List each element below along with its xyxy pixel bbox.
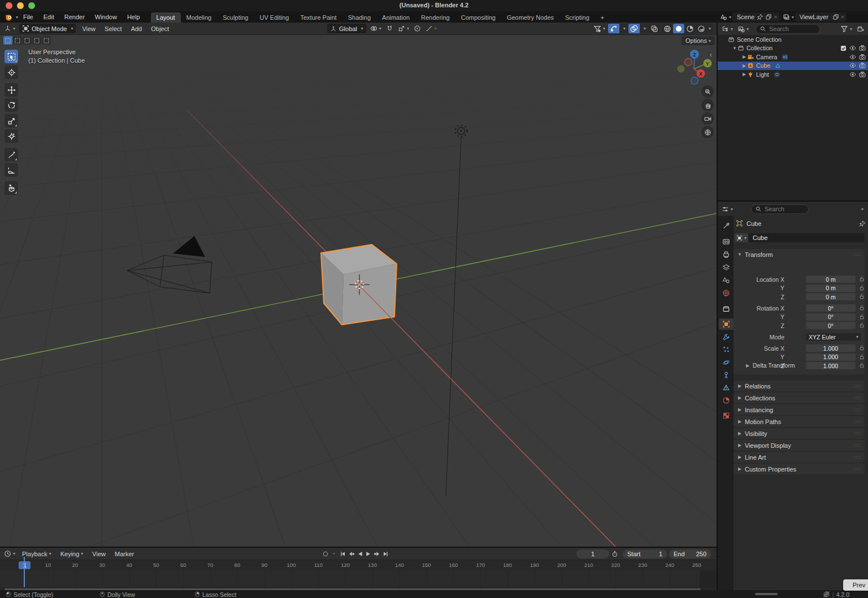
orthographic-toggle-button[interactable] xyxy=(701,126,714,138)
lock-icon[interactable] xyxy=(859,285,865,292)
menu-render[interactable]: Render xyxy=(59,11,90,23)
snap-toggle[interactable] xyxy=(384,24,395,33)
frame-end-field[interactable]: End 250 xyxy=(669,549,711,558)
shading-dropdown[interactable]: ▾ xyxy=(709,26,713,31)
select-mode-button-3[interactable] xyxy=(23,36,32,45)
jump-to-end-button[interactable] xyxy=(381,549,389,558)
workspace-tab-shading[interactable]: Shading xyxy=(342,12,376,23)
tool-scale[interactable] xyxy=(5,114,18,128)
workspace-tab-layout[interactable]: Layout xyxy=(151,12,181,23)
drag-handle-icon[interactable]: ∷∷ xyxy=(854,431,861,437)
select-mode-button-2[interactable] xyxy=(13,36,22,45)
3d-viewport[interactable]: User Perspective (1) Collection | Cube O… xyxy=(0,35,717,548)
outliner-row-cube[interactable]: ▶Cube xyxy=(718,62,868,71)
drag-handle-icon[interactable]: ∷∷ xyxy=(854,443,861,448)
timeline-menu-marker[interactable]: Marker xyxy=(110,548,138,560)
eye-toggle-icon[interactable] xyxy=(849,54,856,60)
tool-cursor[interactable] xyxy=(5,66,18,79)
viewport-menu-object[interactable]: Object xyxy=(146,23,173,34)
tool-rotate[interactable] xyxy=(5,98,18,112)
object-visibility-dropdown[interactable]: ▾ xyxy=(592,24,607,33)
orientation-dropdown[interactable]: Global▾ xyxy=(327,24,366,33)
menu-help[interactable]: Help xyxy=(122,11,145,23)
panel-collections[interactable]: ▶Collections∷∷ xyxy=(734,392,865,403)
outliner-row-light[interactable]: ▶Light xyxy=(718,70,868,79)
close-viewlayer-icon[interactable]: × xyxy=(841,14,844,20)
properties-tab-particles[interactable] xyxy=(719,344,734,355)
panel-viewport-display[interactable]: ▶Viewport Display∷∷ xyxy=(734,440,865,451)
outliner-row-collection[interactable]: ▼Collection xyxy=(718,44,868,53)
gizmos-toggle[interactable] xyxy=(608,24,619,33)
workspace-tab-scripting[interactable]: Scripting xyxy=(559,12,595,23)
outliner-row-scene-collection[interactable]: Scene Collection xyxy=(718,35,868,44)
workspace-tab-geometry-nodes[interactable]: Geometry Nodes xyxy=(501,12,559,23)
drag-handle-icon[interactable]: ∷∷ xyxy=(854,383,861,389)
properties-tab-modifiers[interactable] xyxy=(719,331,734,343)
expander-icon[interactable]: ▶ xyxy=(741,63,747,68)
properties-scrollbar[interactable] xyxy=(755,593,778,595)
play-button[interactable] xyxy=(364,549,372,558)
workspace-tab-sculpting[interactable]: Sculpting xyxy=(217,12,254,23)
drag-handle-icon[interactable]: ∷∷ xyxy=(854,419,861,425)
blender-logo-icon[interactable] xyxy=(5,13,13,21)
editor-type-button[interactable]: ▾ xyxy=(2,24,17,33)
copy-scene-icon[interactable] xyxy=(765,14,772,20)
overlays-dropdown[interactable]: ▾ xyxy=(640,24,648,33)
use-preview-range-toggle[interactable] xyxy=(610,549,620,558)
zoom-button[interactable] xyxy=(701,85,714,98)
pivot-dropdown[interactable]: ▾ xyxy=(368,24,383,33)
lock-icon[interactable] xyxy=(859,305,865,312)
properties-search[interactable]: Search xyxy=(751,204,809,214)
xray-toggle[interactable] xyxy=(649,24,660,33)
properties-tab-constraints[interactable] xyxy=(719,369,734,381)
select-mode-button-4[interactable] xyxy=(32,36,41,45)
properties-tab-physics[interactable] xyxy=(719,357,734,368)
playhead[interactable] xyxy=(24,557,25,587)
drag-handle-icon[interactable]: ∷∷ xyxy=(854,466,861,472)
eye-toggle-icon[interactable] xyxy=(849,45,856,51)
expander-icon[interactable]: ▶ xyxy=(741,54,747,59)
properties-tab-tool[interactable] xyxy=(719,220,734,232)
properties-tab-scene[interactable] xyxy=(719,274,734,286)
outliner-search[interactable]: Search xyxy=(756,24,820,34)
gizmo-neg-x-ball[interactable] xyxy=(685,59,692,66)
prev-keyframe-button[interactable] xyxy=(347,549,355,558)
delta-transform-header[interactable]: ▶ Delta Transform xyxy=(745,362,795,369)
viewlayer-selector[interactable]: ViewLayer × xyxy=(795,12,847,21)
viewport-menu-view[interactable]: View xyxy=(77,23,100,34)
properties-tab-data[interactable] xyxy=(719,382,734,394)
panel-motion-paths[interactable]: ▶Motion Paths∷∷ xyxy=(734,416,865,427)
scene-selector[interactable]: Scene × xyxy=(732,12,780,21)
falloff-dropdown[interactable]: ▾ xyxy=(424,24,439,33)
camera-toggle-icon[interactable] xyxy=(859,54,866,60)
eye-toggle-icon[interactable] xyxy=(849,71,856,78)
number-field[interactable]: 0° xyxy=(806,313,856,321)
properties-tab-render[interactable] xyxy=(719,236,734,247)
camera-toggle-icon[interactable] xyxy=(859,62,866,69)
lock-icon[interactable] xyxy=(859,354,865,361)
gizmos-dropdown[interactable]: ▾ xyxy=(620,24,627,33)
drag-handle-icon[interactable]: ∷∷ xyxy=(854,455,861,460)
proportional-edit-toggle[interactable] xyxy=(412,24,423,33)
properties-tab-view-layer[interactable] xyxy=(719,262,734,273)
panel-relations[interactable]: ▶Relations∷∷ xyxy=(734,381,865,391)
shading-wireframe-button[interactable] xyxy=(662,24,673,33)
lock-icon[interactable] xyxy=(859,294,865,300)
checkbox-toggle-icon[interactable] xyxy=(840,45,847,51)
mode-dropdown[interactable]: Object Mode▾ xyxy=(19,24,76,33)
camera-toggle-icon[interactable] xyxy=(859,71,866,78)
options-button[interactable]: Options▾ xyxy=(682,36,715,45)
gizmo-neg-z-ball[interactable] xyxy=(691,77,698,85)
number-field[interactable]: 0 m xyxy=(806,285,856,292)
close-scene-icon[interactable]: × xyxy=(774,14,777,20)
number-field[interactable]: 0° xyxy=(806,304,856,312)
number-field[interactable]: 0° xyxy=(806,322,856,329)
eye-toggle-icon[interactable] xyxy=(849,62,856,69)
panel-visibility[interactable]: ▶Visibility∷∷ xyxy=(734,428,865,439)
outliner-display-mode[interactable]: ▾ xyxy=(736,24,750,34)
frame-start-field[interactable]: Start 1 xyxy=(623,549,667,558)
workspace-tab-modeling[interactable]: Modeling xyxy=(181,12,218,23)
timeline-menu-keying[interactable]: Keying▾ xyxy=(56,548,88,560)
scene-icon[interactable] xyxy=(720,14,727,21)
lock-icon[interactable] xyxy=(859,314,865,321)
